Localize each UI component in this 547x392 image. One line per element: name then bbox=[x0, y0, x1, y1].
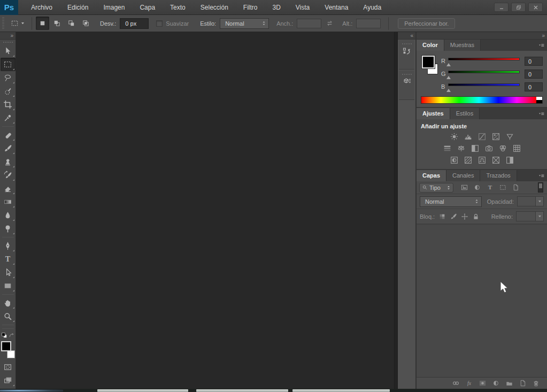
menu-imagen[interactable]: Imagen bbox=[96, 0, 132, 15]
adjustment-hue-saturation-button[interactable] bbox=[441, 143, 453, 153]
dodge-tool[interactable] bbox=[1, 222, 16, 235]
toolbar-grip[interactable] bbox=[3, 42, 13, 43]
lasso-tool[interactable] bbox=[1, 71, 16, 84]
spot-healing-tool[interactable] bbox=[1, 128, 16, 142]
adjustment-curves-button[interactable] bbox=[476, 132, 488, 142]
b-value-field[interactable]: 0 bbox=[525, 82, 543, 91]
zoom-tool[interactable] bbox=[1, 310, 16, 323]
r-value-field[interactable]: 0 bbox=[525, 57, 543, 66]
menu-filtro[interactable]: Filtro bbox=[236, 0, 265, 15]
g-slider-thumb[interactable] bbox=[446, 74, 451, 79]
panel-splitter[interactable] bbox=[394, 32, 398, 389]
gradient-tool[interactable] bbox=[1, 195, 16, 209]
filter-adjustment-layers-button[interactable] bbox=[473, 183, 481, 191]
menu-archivo[interactable]: Archivo bbox=[24, 0, 60, 15]
move-tool[interactable] bbox=[1, 44, 16, 58]
height-input[interactable] bbox=[356, 19, 381, 28]
adjustment-selective-color-button[interactable] bbox=[504, 155, 515, 165]
delete-layer-button[interactable] bbox=[532, 379, 540, 387]
adjustment-levels-button[interactable] bbox=[462, 132, 474, 142]
brush-tool[interactable] bbox=[1, 142, 16, 155]
b-slider-thumb[interactable] bbox=[446, 87, 451, 92]
crop-tool[interactable] bbox=[1, 98, 16, 111]
adjustment-channel-mixer-button[interactable] bbox=[497, 143, 509, 153]
quick-mask-button[interactable] bbox=[1, 360, 16, 374]
tab-canales[interactable]: Canales bbox=[446, 170, 480, 181]
properties-panel-button[interactable] bbox=[399, 71, 414, 100]
tab-muestras[interactable]: Muestras bbox=[444, 40, 481, 51]
filter-toggle-switch[interactable] bbox=[538, 182, 543, 193]
screen-mode-button[interactable] bbox=[1, 374, 16, 387]
g-slider-track[interactable] bbox=[448, 71, 520, 73]
link-layers-button[interactable] bbox=[452, 379, 460, 387]
subtract-from-selection-button[interactable] bbox=[65, 17, 78, 30]
toolbar-collapse-button[interactable]: » bbox=[0, 32, 16, 40]
adjustment-threshold-button[interactable] bbox=[476, 155, 488, 165]
filter-pixel-layers-button[interactable] bbox=[460, 183, 468, 191]
layers-list[interactable] bbox=[417, 224, 547, 377]
menu-ventana[interactable]: Ventana bbox=[317, 0, 356, 15]
clone-stamp-tool[interactable] bbox=[1, 155, 16, 168]
default-colors-icon[interactable] bbox=[1, 332, 8, 339]
black-swatch[interactable] bbox=[536, 100, 542, 103]
adjustment-invert-button[interactable] bbox=[448, 155, 460, 165]
options-bar-grip[interactable] bbox=[2, 17, 4, 30]
menu-3d[interactable]: 3D bbox=[265, 0, 288, 15]
menu-capa[interactable]: Capa bbox=[132, 0, 163, 15]
tool-preset-picker[interactable] bbox=[8, 18, 28, 28]
new-layer-button[interactable] bbox=[519, 379, 527, 387]
adjustment-posterize-button[interactable] bbox=[462, 155, 474, 165]
taskbar-button[interactable] bbox=[292, 389, 390, 392]
tab-color[interactable]: Color bbox=[417, 40, 444, 51]
quick-selection-tool[interactable] bbox=[1, 84, 16, 98]
lock-transparency-button[interactable] bbox=[438, 213, 446, 220]
hand-tool[interactable] bbox=[1, 296, 16, 310]
new-group-button[interactable] bbox=[505, 379, 513, 387]
filter-shape-layers-button[interactable] bbox=[499, 183, 507, 191]
refine-edge-button[interactable]: Perfeccionar bor. bbox=[398, 18, 455, 29]
swap-dimensions-icon[interactable] bbox=[326, 19, 334, 27]
foreground-color-swatch[interactable] bbox=[1, 341, 11, 351]
new-selection-button[interactable] bbox=[36, 17, 49, 30]
tab-capas[interactable]: Capas bbox=[417, 170, 446, 181]
minimize-button[interactable] bbox=[494, 3, 509, 12]
antialias-checkbox[interactable] bbox=[156, 20, 163, 27]
adjustment-exposure-button[interactable] bbox=[490, 132, 502, 142]
tab-ajustes[interactable]: Ajustes bbox=[417, 108, 450, 119]
adjustment-vibrance-button[interactable] bbox=[504, 132, 515, 142]
blend-mode-dropdown[interactable]: Normal bbox=[420, 196, 482, 207]
width-input[interactable] bbox=[297, 19, 321, 28]
filter-kind-dropdown[interactable]: Tipo bbox=[419, 183, 453, 193]
lock-all-button[interactable] bbox=[472, 213, 480, 220]
spectrum-bw-end[interactable] bbox=[536, 97, 542, 103]
background-color-swatch[interactable] bbox=[7, 350, 15, 358]
path-selection-tool[interactable] bbox=[1, 266, 16, 279]
b-slider-track[interactable] bbox=[448, 83, 520, 86]
menu-icon[interactable] bbox=[538, 111, 545, 118]
g-value-field[interactable]: 0 bbox=[525, 70, 543, 79]
eyedropper-tool[interactable] bbox=[1, 111, 16, 125]
new-adjustment-button[interactable] bbox=[492, 379, 500, 387]
type-tool[interactable]: T bbox=[1, 252, 16, 266]
taskbar-button[interactable] bbox=[196, 389, 288, 392]
adjustment-photo-filter-button[interactable] bbox=[483, 143, 495, 153]
history-panel-button[interactable] bbox=[399, 40, 414, 70]
spectrum-gradient[interactable] bbox=[421, 97, 536, 103]
rectangle-shape-tool[interactable] bbox=[1, 279, 16, 293]
feather-input[interactable]: 0 px bbox=[120, 18, 149, 29]
r-slider-thumb[interactable] bbox=[446, 61, 451, 66]
adjustment-color-lookup-button[interactable] bbox=[511, 143, 522, 153]
rectangular-marquee-tool[interactable] bbox=[1, 58, 16, 71]
layer-mask-button[interactable] bbox=[479, 379, 487, 387]
adjustment-black-white-button[interactable] bbox=[469, 143, 481, 153]
menu-seleccion[interactable]: Selección bbox=[193, 0, 236, 15]
menu-ayuda[interactable]: Ayuda bbox=[356, 0, 389, 15]
dock-expand-button[interactable]: « bbox=[398, 32, 415, 40]
lock-move-button[interactable] bbox=[461, 213, 468, 220]
style-dropdown[interactable]: Normal bbox=[220, 18, 269, 29]
pen-tool[interactable] bbox=[1, 239, 16, 252]
foreground-color-swatch[interactable] bbox=[422, 56, 435, 68]
menu-icon[interactable] bbox=[538, 42, 545, 49]
swap-colors-icon[interactable] bbox=[9, 333, 15, 339]
adjustment-color-balance-button[interactable] bbox=[455, 143, 467, 153]
